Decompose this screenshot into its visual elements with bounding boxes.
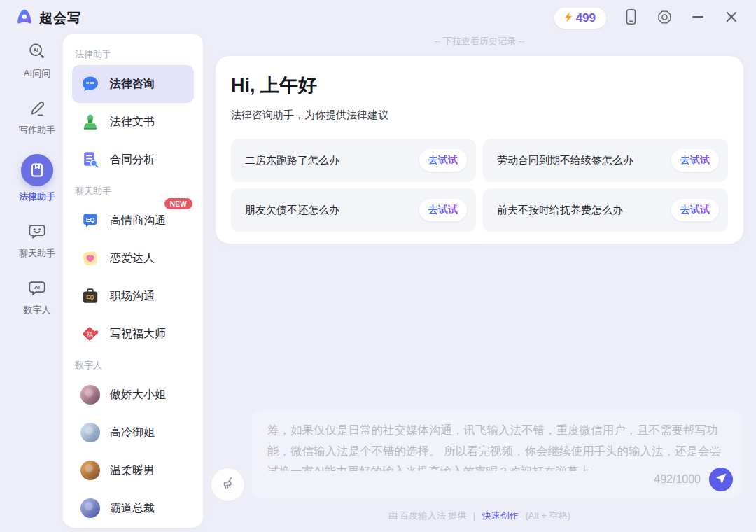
svg-text:福: 福	[86, 331, 92, 338]
sidebar-item-legal-consult[interactable]: 法律咨询	[72, 65, 194, 103]
mobile-app-button[interactable]	[622, 9, 640, 27]
sidebar-item-persona-3[interactable]: 温柔暖男	[72, 451, 194, 489]
avatar	[80, 461, 100, 480]
svg-text:AI: AI	[34, 284, 40, 290]
clear-chat-button[interactable]	[211, 468, 245, 502]
close-button[interactable]	[722, 9, 741, 27]
rail-item-digital-human[interactable]: AI 数字人	[24, 277, 51, 316]
blessing-seal-icon: 福	[80, 324, 100, 344]
sidebar-item-blessing-master[interactable]: 福 写祝福大师	[72, 315, 194, 353]
message-composer: 492/1000	[252, 410, 742, 498]
char-counter: 492/1000	[654, 473, 701, 486]
assistant-sidebar: 法律助手 法律咨询 法律文书	[63, 34, 203, 528]
lightning-icon	[565, 12, 573, 25]
try-it-button[interactable]: 去试试	[419, 149, 467, 172]
send-button[interactable]	[709, 468, 733, 491]
suggestion-card[interactable]: 朋友欠债不还怎么办 去试试	[231, 188, 476, 232]
app-title: 超会写	[39, 9, 81, 27]
shortcut-hint: (Alt + 空格)	[525, 510, 570, 521]
contract-search-icon	[80, 150, 100, 169]
avatar	[80, 498, 100, 518]
message-input[interactable]	[252, 410, 742, 471]
sidebar-item-persona-2[interactable]: 高冷御姐	[72, 414, 194, 451]
rail-item-chat[interactable]: 聊天助手	[19, 220, 55, 260]
section-header-chat: 聊天助手	[75, 185, 191, 197]
section-header-legal: 法律助手	[75, 48, 191, 61]
chat-ai-icon: AI	[27, 277, 48, 300]
paper-plane-icon	[715, 472, 727, 486]
svg-text:EQ: EQ	[86, 216, 95, 223]
app-logo-icon	[15, 8, 34, 29]
suggestion-card[interactable]: 劳动合同到期不给续签怎么办 去试试	[483, 139, 728, 182]
close-icon	[726, 11, 737, 25]
sidebar-item-workplace-communication[interactable]: EQ 职场沟通	[72, 277, 194, 315]
section-header-digital-human: 数字人	[75, 359, 191, 372]
sidebar-item-persona-4[interactable]: 霸道总裁	[72, 489, 194, 527]
suggestion-card[interactable]: 前夫不按时给抚养费怎么办 去试试	[483, 188, 728, 232]
love-heart-icon	[80, 248, 100, 268]
gear-icon	[657, 9, 673, 28]
history-pull-hint[interactable]: -- 下拉查看历史记录 --	[216, 35, 743, 48]
greeting-subtitle: 法律咨询助手，为你提供法律建议	[231, 108, 728, 122]
primary-nav-rail: AI AI问问 写作助手 法律助手	[10, 41, 64, 316]
ime-provider-label: 由 百度输入法 提供	[388, 510, 466, 521]
chat-bubble-icon	[80, 74, 100, 94]
footer-hint: 由 百度输入法 提供 | 快速创作 (Alt + 空格)	[216, 510, 743, 522]
sidebar-item-eq-communication[interactable]: EQ 高情商沟通 NEW	[72, 202, 194, 239]
rail-item-legal[interactable]: 法律助手	[19, 154, 55, 203]
new-badge: NEW	[164, 198, 192, 209]
greeting-title: Hi, 上午好	[231, 73, 728, 98]
rail-item-writing[interactable]: 写作助手	[19, 97, 55, 136]
svg-text:AI: AI	[33, 47, 38, 53]
settings-button[interactable]	[655, 9, 673, 27]
pencil-icon	[27, 97, 48, 120]
suggestion-grid: 二房东跑路了怎么办 去试试 劳动合同到期不给续签怎么办 去试试 朋友欠债不还怎么…	[231, 139, 728, 232]
titlebar: 超会写 499	[0, 0, 756, 36]
greeting-card: Hi, 上午好 法律咨询助手，为你提供法律建议 二房东跑路了怎么办 去试试 劳动…	[216, 56, 743, 244]
try-it-button[interactable]: 去试试	[671, 199, 719, 221]
sidebar-item-love-expert[interactable]: 恋爱达人	[72, 239, 194, 277]
phone-icon	[625, 8, 637, 28]
broom-icon	[220, 476, 236, 494]
sidebar-item-persona-1[interactable]: 傲娇大小姐	[72, 376, 194, 414]
avatar	[80, 385, 100, 405]
app-logo: 超会写	[15, 8, 81, 29]
energy-badge[interactable]: 499	[554, 8, 606, 29]
ai-search-icon: AI	[27, 41, 48, 63]
sidebar-item-legal-document[interactable]: 法律文书	[72, 103, 194, 141]
svg-text:EQ: EQ	[86, 294, 94, 300]
minimize-button[interactable]	[689, 9, 707, 27]
eq-chat-icon: EQ	[80, 211, 100, 230]
energy-count: 499	[576, 11, 596, 25]
try-it-button[interactable]: 去试试	[671, 149, 719, 172]
sidebar-item-contract-analysis[interactable]: 合同分析	[72, 141, 194, 178]
book-icon	[21, 154, 53, 186]
stamp-icon	[80, 112, 100, 132]
chat-smile-icon	[27, 220, 48, 243]
quick-create-link[interactable]: 快速创作	[482, 510, 519, 521]
footer-separator: |	[473, 510, 475, 521]
avatar	[80, 423, 100, 442]
try-it-button[interactable]: 去试试	[419, 199, 467, 221]
suggestion-card[interactable]: 二房东跑路了怎么办 去试试	[231, 139, 476, 182]
minimize-icon	[692, 11, 704, 25]
sidebar-item-persona-5[interactable]: 知心姐姐	[72, 527, 194, 528]
rail-item-ai-ask[interactable]: AI AI问问	[24, 41, 50, 80]
briefcase-eq-icon: EQ	[80, 286, 100, 306]
